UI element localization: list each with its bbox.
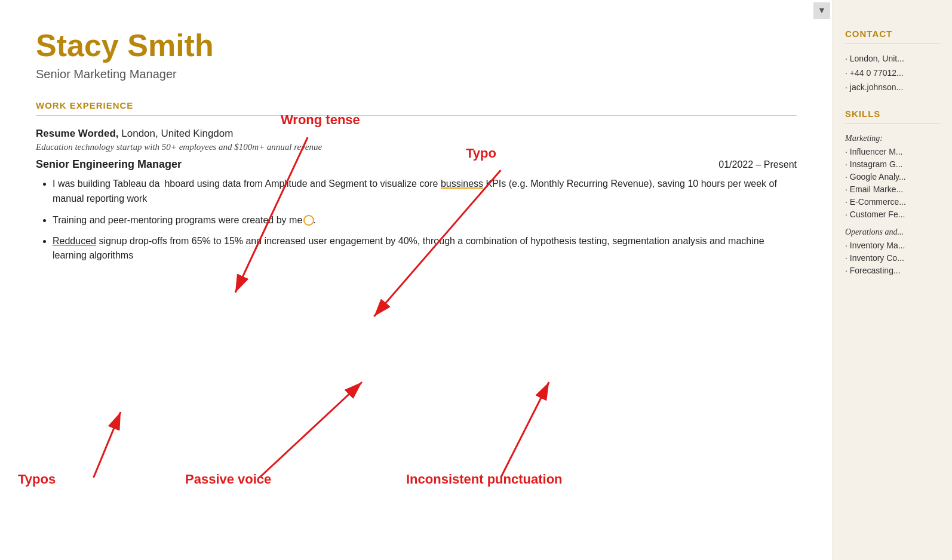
bullet-2: Training and peer-mentoring programs wer…	[53, 213, 797, 228]
typo-bussiness: bussiness	[441, 179, 483, 189]
candidate-name: Stacy Smith	[36, 29, 797, 63]
bullet-list: I was building Tableau daxhboard using d…	[53, 177, 797, 263]
job-dates: 01/2022 – Present	[718, 159, 797, 170]
bullet-1-text: I was building Tableau daxhboard using d…	[53, 179, 777, 204]
skill-item-8: · Inventory Co...	[845, 253, 940, 263]
scroll-indicator[interactable]: ▼	[813, 2, 830, 19]
svg-line-4	[259, 382, 362, 478]
contact-divider	[845, 44, 940, 44]
company-name: Resume Worded,	[36, 128, 119, 139]
contact-item-3: · jack.johnson...	[845, 82, 940, 92]
contact-item-2: · +44 0 77012...	[845, 68, 940, 78]
bullet-3-text: Redduced signup drop-offs from 65% to 15…	[53, 236, 764, 261]
svg-line-3	[94, 412, 121, 478]
candidate-title: Senior Marketing Manager	[36, 67, 797, 81]
company-description: Education technology startup with 50+ em…	[36, 142, 797, 152]
job-title-row: Senior Engineering Manager 01/2022 – Pre…	[36, 158, 797, 171]
job-title: Senior Engineering Manager	[36, 158, 182, 171]
skill-item-4: · Email Marke...	[845, 184, 940, 194]
skill-item-6: · Customer Fe...	[845, 210, 940, 219]
work-experience-heading: WORK EXPERIENCE	[36, 100, 797, 110]
annotation-typos-bottom: Typos	[18, 472, 56, 487]
annotation-wrong-tense: Wrong tense	[281, 112, 360, 128]
company-line: Resume Worded, London, United Kingdom	[36, 128, 797, 140]
section-divider	[36, 115, 797, 116]
contact-item-1: · London, Unit...	[845, 54, 940, 63]
annotation-inconsistent-punctuation: Inconsistent punctuation	[406, 472, 563, 487]
skills-category-operations: Operations and...	[845, 227, 940, 237]
company-location: London, United Kingdom	[119, 128, 234, 139]
skill-item-1: · Influencer M...	[845, 147, 940, 156]
bullet-1: I was building Tableau daxhboard using d…	[53, 177, 797, 207]
bullet-2-text: Training and peer-mentoring programs wer…	[53, 215, 316, 225]
resume-sidebar: CONTACT · London, Unit... · +44 0 77012.…	[833, 0, 952, 560]
typo-redduced: Redduced	[53, 236, 96, 246]
svg-line-5	[500, 382, 549, 478]
skill-item-3: · Google Analy...	[845, 172, 940, 181]
scroll-arrow-icon: ▼	[818, 6, 826, 16]
arrows-overlay	[0, 0, 833, 560]
contact-heading: CONTACT	[845, 29, 940, 39]
skills-divider	[845, 124, 940, 124]
skills-category-marketing: Marketing:	[845, 134, 940, 143]
annotation-passive-voice: Passive voice	[185, 472, 271, 487]
skill-item-7: · Inventory Ma...	[845, 241, 940, 250]
skill-item-5: · E-Commerce...	[845, 197, 940, 207]
skill-item-9: · Forecasting...	[845, 266, 940, 275]
skill-item-2: · Instagram G...	[845, 159, 940, 169]
bullet-3: Redduced signup drop-offs from 65% to 15…	[53, 234, 797, 264]
skills-heading: SKILLS	[845, 109, 940, 119]
